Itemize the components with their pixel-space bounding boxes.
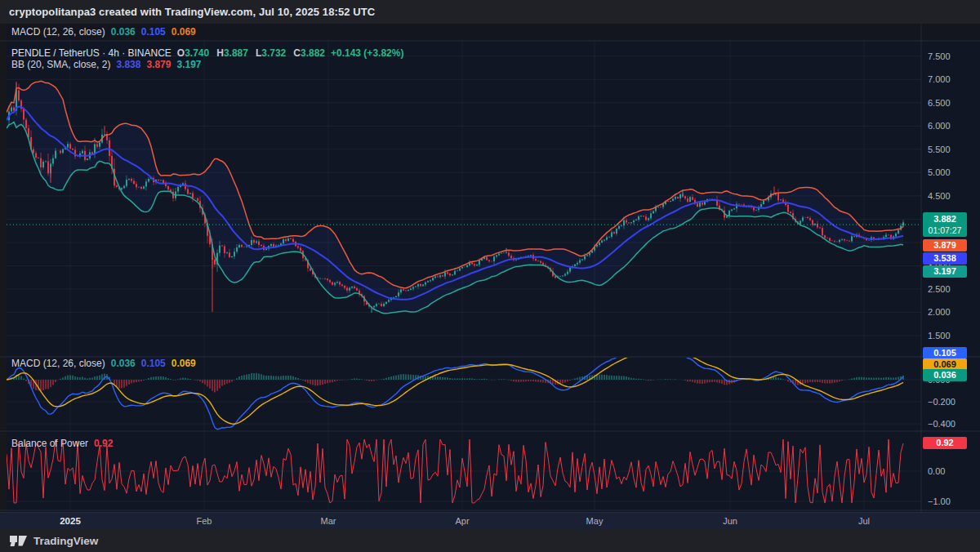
legend-value: 0.036 (111, 358, 136, 369)
bb-basis-badge[interactable]: 3.538 (923, 252, 967, 265)
indicator-axis-label: −0.200 (928, 397, 956, 407)
time-axis-label: Apr (455, 516, 469, 526)
attribution-bar: cryptopolitanpa3 created with TradingVie… (0, 0, 980, 24)
bop-legend[interactable]: Balance of Power 0.92 (11, 438, 113, 449)
legend-value: 0.069 (172, 358, 196, 369)
bop-legend-title: Balance of Power (11, 438, 88, 449)
price-axis-label: 1.500 (928, 331, 951, 341)
legend-value: 3.879 (146, 59, 171, 70)
legend-value: 0.036 (111, 26, 136, 38)
bop-value-badge[interactable]: 0.92 (923, 437, 967, 449)
indicator-axis-label: 0.00 (928, 466, 945, 476)
indicator-axis-label: −0.400 (928, 419, 956, 429)
price-axis-label: 7.000 (928, 74, 951, 84)
tradingview-logo-icon[interactable] (10, 535, 28, 546)
time-axis-label: May (586, 516, 604, 526)
price-axis-label: 2.000 (928, 307, 951, 317)
change-value: +0.143 (+3.82%) (331, 47, 403, 59)
last-price-badge[interactable]: 3.88201:07:27 (923, 212, 967, 237)
macd-hist-badge[interactable]: 0.036 (923, 369, 967, 381)
macd-top-legend-title: MACD (12, 26, close) (11, 26, 105, 38)
ohlc-values: O3.740H3.887L3.732C3.882 (177, 47, 325, 59)
symbol-title: PENDLE / TetherUS · 4h · BINANCE (11, 47, 172, 59)
bop-legend-value: 0.92 (94, 438, 113, 449)
price-axis-label: 4.500 (928, 191, 951, 201)
price-axis-label: 6.500 (928, 98, 951, 108)
legend-value: 3.838 (116, 59, 140, 70)
macd-top-legend-values: 0.0360.1050.069 (111, 26, 196, 38)
macd-top-legend[interactable]: MACD (12, 26, close) 0.0360.1050.069 (11, 26, 196, 38)
indicator-axis-label: −1.00 (928, 496, 951, 506)
attribution-text: cryptopolitanpa3 created with TradingVie… (9, 6, 375, 18)
ohlc-pair: O3.740 (177, 47, 209, 59)
legend-value: 3.197 (176, 59, 201, 70)
footer-bar: TradingView (0, 529, 980, 552)
legend-value: 0.105 (141, 26, 166, 38)
time-axis-label: Jul (858, 516, 870, 526)
bb-legend-values: 3.8383.8793.197 (116, 59, 201, 70)
legend-value: 0.069 (172, 26, 196, 38)
ohlc-pair: C3.882 (293, 47, 325, 59)
macd-pane-legend-title: MACD (12, 26, close) (11, 358, 105, 369)
time-axis-label: Jun (723, 516, 737, 526)
macd-line-badge[interactable]: 0.105 (923, 347, 967, 359)
brand-name[interactable]: TradingView (33, 535, 98, 547)
bb-lower-badge[interactable]: 3.197 (923, 265, 967, 278)
time-axis-label: 2025 (60, 516, 81, 526)
price-axis-label: 7.500 (928, 51, 951, 61)
legend-value: 0.105 (141, 358, 166, 369)
price-axis-label: 6.000 (928, 121, 951, 131)
price-axis-label: 5.500 (928, 145, 951, 154)
macd-pane-legend[interactable]: MACD (12, 26, close) 0.0360.1050.069 (11, 358, 196, 369)
bb-legend[interactable]: BB (20, SMA, close, 2) 3.8383.8793.197 (11, 59, 201, 70)
ohlc-pair: H3.887 (216, 47, 248, 59)
ohlc-pair: L3.732 (256, 47, 286, 59)
time-scale[interactable]: 2025FebMarAprMayJunJul (0, 512, 980, 529)
time-axis-label: Feb (197, 516, 212, 526)
bb-legend-title: BB (20, SMA, close, 2) (11, 59, 110, 70)
price-axis-label: 5.000 (928, 167, 951, 177)
chart-canvas[interactable] (0, 24, 980, 512)
price-axis-label: 2.500 (928, 284, 951, 294)
bb-upper-badge[interactable]: 3.879 (923, 239, 967, 252)
tradingview-snapshot: cryptopolitanpa3 created with TradingVie… (0, 0, 980, 552)
macd-pane-legend-values: 0.0360.1050.069 (111, 358, 196, 369)
symbol-legend[interactable]: PENDLE / TetherUS · 4h · BINANCE O3.740H… (11, 47, 403, 59)
chart-area[interactable]: MACD (12, 26, close) 0.0360.1050.069 PEN… (0, 24, 980, 512)
time-axis-label: Mar (321, 516, 336, 526)
